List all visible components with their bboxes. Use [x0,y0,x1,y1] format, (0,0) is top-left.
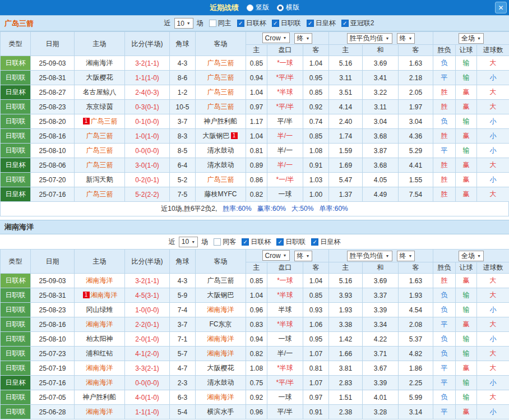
result-goals: 大 [477,100,509,114]
result-goals: 大 [477,187,509,202]
table-row: 日职联25-08-10柏太阳神2-0(1-0)7-1湘南海洋0.94一球0.95… [1,332,509,347]
radio-横版[interactable]: 横版 [277,3,299,12]
header-select-终[interactable]: 终▼ [397,251,415,261]
caret-down-icon: ▼ [306,254,310,258]
away-team: 湘南海洋 [196,390,246,405]
filter-checkbox-日皇杯[interactable]: ✓日皇杯 [307,19,336,28]
result-goals: 小 [477,129,509,144]
match-count-select[interactable]: 10▼ [174,18,193,29]
league-badge: 日职联 [1,332,31,347]
team-name: 东京绿茵 [86,103,113,110]
table-row: 日联杯25-09-03湘南海洋3-2(1-1)4-3广岛三箭0.85*一球1.0… [1,56,509,71]
checkbox-icon: ✓ [341,20,349,27]
header-select-全场[interactable]: 全场▼ [459,33,484,44]
away-team: 广岛三箭 [196,100,246,114]
checkbox-label: 日皇杯 [320,237,340,247]
filter-checkbox-同客[interactable]: 同客 [214,237,236,247]
euro-home-odds: 3.11 [329,71,363,85]
euro-away-odds: 5.99 [399,390,433,405]
header-select-Crow[interactable]: Crow▼ [262,250,290,261]
handicap: 一球 [267,390,303,405]
asian-away-odds: 1.07 [303,347,329,361]
team-title: 广岛三箭 [4,19,34,29]
euro-away-odds: 2.08 [399,317,433,332]
match-date: 25-08-31 [31,71,75,85]
table-row: 日职联25-08-311湘南海洋4-5(3-1)5-9大阪钢巴1.04*半球0.… [1,288,509,303]
euro-draw-odds: 3.71 [363,347,399,361]
score: 0-0(0-0) [125,376,170,390]
corner-count: 5-4 [170,405,196,419]
match-count-select[interactable]: 10▼ [179,237,198,247]
euro-away-odds: 1.55 [399,173,433,187]
league-badge: 日职联 [1,347,31,361]
table-row: 日职联25-07-23浦和红钻4-1(2-0)5-7湘南海洋0.82半/一1.0… [1,347,509,361]
header-select-终[interactable]: 终▼ [397,33,415,44]
euro-home-odds: 5.16 [329,274,363,288]
league-badge: 日联杯 [1,274,31,288]
col-header: 角球 [170,32,196,56]
filter-checkbox-亚冠联2[interactable]: ✓亚冠联2 [341,19,374,28]
select-value: 10 [177,20,184,27]
summary-stat: 单率:60% [319,204,348,214]
checkbox-label: 日联杯 [251,237,271,247]
asian-home-odds: 0.86 [246,173,267,187]
checkbox-icon: ✓ [276,238,284,246]
close-button[interactable]: ✕ [495,2,507,13]
corner-count: 7-4 [170,303,196,317]
filter-checkbox-日职联[interactable]: ✓日职联 [272,19,301,28]
team-name: 广岛三箭 [207,276,234,284]
result-goals: 大 [477,347,509,361]
home-team: 广岛三箭 [75,187,125,202]
corner-count: 4-3 [170,274,196,288]
team-name: 广岛三箭 [86,161,113,169]
euro-home-odds: 1.59 [329,144,363,158]
result-wdl: 平 [433,376,456,390]
corner-count: 7-5 [170,187,196,202]
asian-away-odds: 1.08 [303,144,329,158]
result-wdl: 平 [433,317,456,332]
home-team: 湘南海洋 [75,376,125,390]
asian-home-odds: 0.96 [246,405,267,419]
result-goals: 小 [477,303,509,317]
score: 1-1(1-0) [125,71,170,85]
col-header: 比分(半场) [125,32,170,56]
league-badge: 日职联 [1,114,31,129]
result-goals: 大 [477,288,509,303]
team-name: 神户胜利船 [204,117,238,125]
team-name: 柏太阳神 [86,335,113,343]
euro-away-odds: 1.86 [399,361,433,376]
asian-away-odds: 0.85 [303,288,329,303]
caret-down-icon: ▼ [477,254,481,258]
header-select-胜平负均值[interactable]: 胜平负均值▼ [347,251,392,261]
team-name: 湘南海洋 [207,306,234,313]
result-goals: 小 [477,144,509,158]
header-select-终[interactable]: 终▼ [294,251,313,261]
header-select-Crow[interactable]: Crow▼ [262,33,290,43]
corner-count: 5-2 [170,173,196,187]
radio-竖版[interactable]: 竖版 [247,3,269,12]
team-name: 冈山绿雉 [86,306,113,313]
radio-label: 竖版 [256,3,269,12]
result-goals: 小 [477,71,509,85]
team-name: 湘南海洋 [86,408,113,416]
team-name: 湘南海洋 [86,276,113,284]
asian-home-odds: 1.04 [246,288,267,303]
filter-checkbox-日联杯[interactable]: ✓日联杯 [237,19,266,28]
col-header: 主场 [75,250,125,274]
filter-checkbox-同主[interactable]: 同主 [209,19,232,28]
view-radios: 竖版横版 [239,3,299,12]
home-team: 广岛三箭 [75,129,125,144]
header-select-终[interactable]: 终▼ [294,33,313,44]
corner-count: 5-7 [170,347,196,361]
table-row: 日皇杯25-08-27名古屋鲸八2-4(0-3)1-2广岛三箭1.04*半球0.… [1,85,509,100]
checkbox-icon: ✓ [272,20,279,27]
result-wdl: 负 [433,56,456,71]
asian-away-odds: 1.07 [303,376,329,390]
result-handicap: 赢 [456,187,477,202]
team-name: 湘南海洋 [86,364,113,372]
filter-checkbox-日皇杯[interactable]: ✓日皇杯 [311,237,340,247]
header-select-胜平负均值[interactable]: 胜平负均值▼ [347,33,392,44]
filter-checkbox-日职联[interactable]: ✓日职联 [276,237,306,247]
header-select-全场[interactable]: 全场▼ [459,251,484,261]
filter-checkbox-日联杯[interactable]: ✓日联杯 [242,237,271,247]
